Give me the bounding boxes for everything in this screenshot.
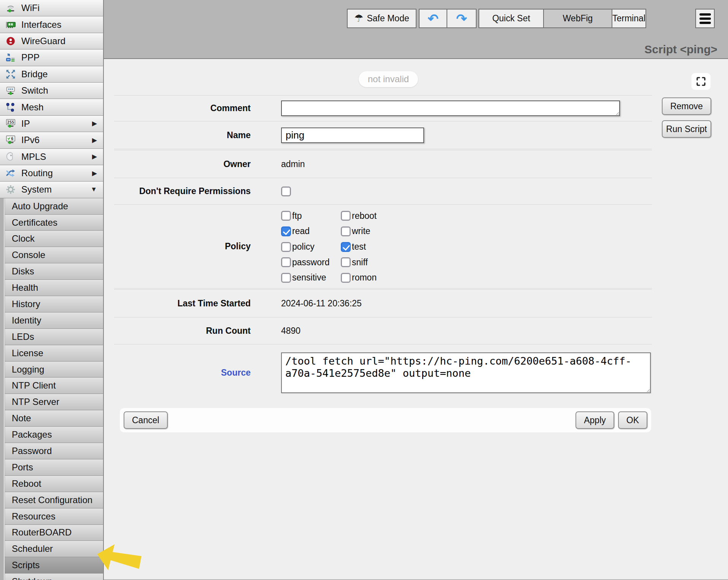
ppp-icon <box>4 51 17 64</box>
system-submenu-item[interactable]: Identity <box>5 312 103 329</box>
checkbox[interactable] <box>341 226 351 236</box>
expand-arrow-icon: ▶ <box>92 120 97 127</box>
sidebar-item[interactable]: Bridge <box>0 66 103 83</box>
view-tab-label: WebFig <box>563 13 593 24</box>
ok-button[interactable]: OK <box>618 411 647 429</box>
status-badge: not invalid <box>359 71 418 87</box>
submenu-item-label: Password <box>12 446 52 456</box>
system-submenu-item[interactable]: Note <box>5 410 103 427</box>
sidebar-item-label: IPv6 <box>21 135 40 145</box>
topbar: ☂ Safe Mode ↶ ↷ Quick Set WebFig Termina… <box>104 0 728 59</box>
system-submenu-item[interactable]: Shutdown <box>5 573 103 580</box>
sidebar-item[interactable]: WiFi <box>0 0 103 16</box>
checkbox-label: reboot <box>352 211 377 221</box>
system-submenu-item[interactable]: Packages <box>5 426 103 443</box>
name-input[interactable] <box>281 127 424 143</box>
view-tab[interactable]: Quick Set <box>478 9 544 28</box>
expand-arrow-icon: ▶ <box>92 136 97 144</box>
policy-checkbox-item[interactable]: sniff <box>341 255 377 270</box>
sidebar-item[interactable]: WireGuard <box>0 33 103 49</box>
dont-require-permissions-row: Don't Require Permissions <box>104 178 728 204</box>
checkbox[interactable] <box>281 273 291 283</box>
source-input[interactable]: /tool fetch url="https://hc-ping.com/620… <box>281 352 651 393</box>
menu-button[interactable] <box>695 9 715 28</box>
submenu-item-label: Logging <box>12 364 44 375</box>
checkbox[interactable] <box>341 257 351 267</box>
system-submenu-item[interactable]: Certificates <box>5 214 103 231</box>
checkbox[interactable] <box>341 211 351 221</box>
system-submenu-item[interactable]: License <box>5 345 103 362</box>
system-submenu-item[interactable]: NTP Client <box>5 377 103 394</box>
cancel-button[interactable]: Cancel <box>124 411 168 429</box>
checkbox[interactable] <box>281 257 291 267</box>
last-time-started-label: Last Time Started <box>104 298 251 309</box>
sidebar-item[interactable]: Interfaces <box>0 16 103 33</box>
source-label[interactable]: Source <box>104 368 251 378</box>
system-submenu-item[interactable]: Password <box>5 443 103 459</box>
policy-checkbox-item[interactable]: password <box>281 255 341 270</box>
submenu-item-label: Scripts <box>12 560 40 570</box>
policy-checkbox-item[interactable]: reboot <box>341 208 377 224</box>
sidebar-item[interactable]: Routing ▶ <box>0 165 103 182</box>
system-submenu-item[interactable]: Logging <box>5 361 103 378</box>
name-label: Name <box>104 130 251 140</box>
fullscreen-button[interactable] <box>691 73 711 90</box>
system-submenu-item[interactable]: Health <box>5 279 103 296</box>
dont-require-permissions-checkbox[interactable] <box>281 186 291 196</box>
policy-checkbox-item[interactable]: write <box>341 224 377 239</box>
safe-mode-button[interactable]: ☂ Safe Mode <box>347 9 416 28</box>
expand-arrow-icon: ▶ <box>92 153 97 161</box>
policy-column-2: reboot write test sniff romon <box>341 208 377 285</box>
redo-button[interactable]: ↷ <box>447 9 477 28</box>
policy-checkbox-item[interactable]: policy <box>281 239 341 255</box>
system-submenu-item[interactable]: Resources <box>5 508 103 525</box>
sidebar-item-label: Interfaces <box>21 19 61 30</box>
system-submenu-item[interactable]: Scripts <box>5 557 103 574</box>
system-submenu-item[interactable]: Ports <box>5 459 103 476</box>
system-submenu-item[interactable]: Auto Upgrade <box>5 198 103 215</box>
system-submenu-item[interactable]: RouterBOARD <box>5 524 103 541</box>
system-submenu-item[interactable]: LEDs <box>5 328 103 345</box>
system-submenu-item[interactable]: Reset Configuration <box>5 492 103 508</box>
checkbox[interactable] <box>281 211 291 221</box>
submenu-item-label: History <box>12 299 40 309</box>
system-submenu-item[interactable]: NTP Server <box>5 394 103 410</box>
apply-button[interactable]: Apply <box>575 411 614 429</box>
sidebar-item[interactable]: MPLS ▶ <box>0 148 103 165</box>
undo-button[interactable]: ↶ <box>419 9 447 28</box>
sidebar-item[interactable]: PPP <box>0 49 103 66</box>
sidebar-item[interactable]: Switch <box>0 82 103 99</box>
policy-checkbox-item[interactable]: sensitive <box>281 270 341 285</box>
system-submenu-item[interactable]: Disks <box>5 263 103 280</box>
system-submenu-item[interactable]: Console <box>5 247 103 263</box>
checkbox[interactable] <box>281 226 291 236</box>
policy-checkbox-item[interactable]: ftp <box>281 208 341 224</box>
bridge-icon <box>4 68 17 80</box>
policy-checkbox-item[interactable]: romon <box>341 270 377 285</box>
checkbox-label: romon <box>352 272 377 283</box>
policy-checkbox-item[interactable]: read <box>281 224 341 239</box>
system-submenu-item[interactable]: Scheduler <box>5 540 103 557</box>
sidebar-item-label: WiFi <box>21 3 40 13</box>
checkbox[interactable] <box>281 242 291 252</box>
system-submenu-item[interactable]: Reboot <box>5 475 103 492</box>
sidebar-item-label: IP <box>21 118 30 129</box>
ipv6-icon: 6 <box>4 134 17 146</box>
system-submenu-item[interactable]: Clock <box>5 230 103 247</box>
checkbox[interactable] <box>341 242 351 252</box>
view-tab[interactable]: Terminal <box>612 9 646 28</box>
sidebar-item[interactable]: Mesh <box>0 99 103 115</box>
checkbox[interactable] <box>341 273 351 283</box>
comment-input[interactable] <box>281 100 620 116</box>
sidebar-item[interactable]: 6 IPv6 ▶ <box>0 132 103 148</box>
system-submenu-item[interactable]: History <box>5 296 103 312</box>
sidebar-item[interactable]: 255 IP ▶ <box>0 115 103 132</box>
sidebar-item[interactable]: System ▼ <box>0 181 103 198</box>
run-script-button[interactable]: Run Script <box>662 120 711 138</box>
view-tab-label: Terminal <box>612 13 645 24</box>
remove-button[interactable]: Remove <box>662 97 711 115</box>
policy-checkbox-item[interactable]: test <box>341 239 377 255</box>
view-tab[interactable]: WebFig <box>543 9 612 28</box>
comment-label: Comment <box>104 103 251 113</box>
submenu-item-label: RouterBOARD <box>12 527 72 538</box>
